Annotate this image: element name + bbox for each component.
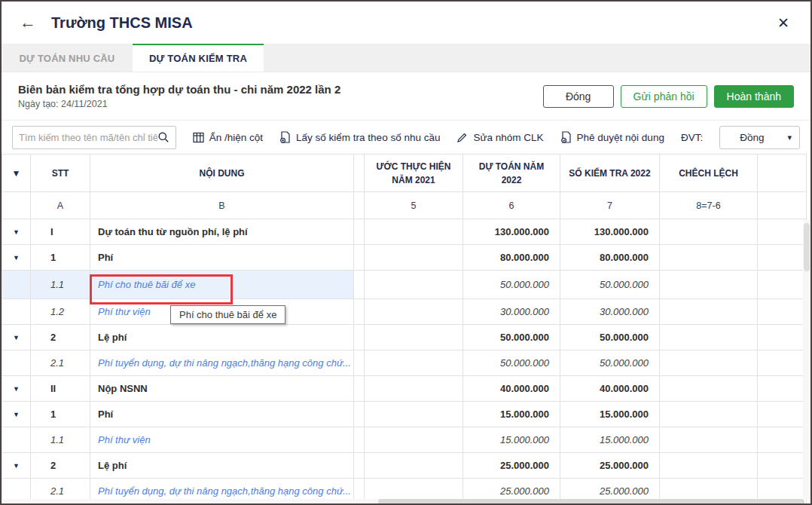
row-chenh-lech-cell[interactable] (660, 402, 758, 427)
row-stt: 2 (31, 453, 90, 479)
close-button[interactable]: Đóng (543, 85, 614, 108)
expand-icon: ▼ (13, 411, 20, 418)
approve-content-button[interactable]: Phê duyệt nội dung (560, 131, 664, 143)
row-expand-arrow[interactable] (2, 271, 31, 299)
row-name-cell[interactable]: Lệ phí (90, 325, 354, 350)
row-du-toan-2022-cell[interactable]: 130.000.000 (463, 219, 560, 245)
row-name-cell[interactable]: Phí thư viện (90, 427, 354, 453)
search-input[interactable] (19, 132, 157, 143)
row-chenh-lech-cell[interactable] (660, 427, 758, 453)
row-chenh-lech-cell[interactable] (660, 376, 758, 402)
row-est-2021-cell[interactable] (365, 376, 463, 402)
row-chenh-lech-cell[interactable] (660, 350, 758, 376)
send-feedback-button[interactable]: Gửi phản hồi (621, 85, 707, 108)
unit-select[interactable]: Đồng ▾ (719, 126, 800, 149)
row-expand-arrow[interactable]: ▼ (2, 376, 31, 402)
row-du-toan-2022-cell[interactable]: 40.000.000 (463, 376, 560, 402)
row-expand-arrow[interactable]: ▼ (2, 219, 31, 245)
row-du-toan-2022-cell[interactable]: 80.000.000 (463, 245, 560, 271)
row-name-cell[interactable]: Phí (90, 245, 354, 271)
back-icon[interactable]: ← (20, 14, 36, 31)
horizontal-scrollbar[interactable] (2, 499, 803, 505)
row-so-kiem-tra-2022-cell[interactable]: 50.000.000 (560, 325, 660, 350)
row-so-kiem-tra-2022-cell[interactable]: 50.000.000 (560, 350, 660, 376)
row-so-kiem-tra-2022-cell[interactable]: 130.000.000 (560, 219, 660, 245)
row-chenh-lech-cell[interactable] (660, 271, 758, 299)
row-so-kiem-tra-2022-cell[interactable]: 30.000.000 (560, 299, 660, 325)
hide-show-columns-button[interactable]: Ẩn /hiện cột (193, 132, 263, 143)
row-est-2021-cell[interactable] (365, 350, 463, 376)
page-title: Trường THCS MISA (51, 14, 774, 32)
search-box[interactable] (12, 126, 176, 149)
row-so-kiem-tra-2022-cell[interactable]: 40.000.000 (560, 376, 660, 402)
header-uoc-thuc-hien: ƯỚC THỰC HIỆN NĂM 2021 (365, 155, 463, 192)
complete-button[interactable]: Hoàn thành (714, 85, 794, 108)
tab-du-toan-kiem-tra[interactable]: DỰ TOÁN KIỂM TRA (133, 44, 264, 72)
table-row: 1.1 Phí cho thuê bãi để xe 50.000.000 50… (2, 271, 807, 299)
row-expand-arrow[interactable]: ▼ (2, 325, 31, 350)
close-icon[interactable]: ✕ (774, 11, 792, 35)
row-so-kiem-tra-2022-cell[interactable]: 15.000.000 (560, 402, 660, 427)
header-chenh-lech: CHÊCH LỆCH (660, 155, 758, 192)
row-est-2021-cell[interactable] (365, 245, 463, 271)
row-du-toan-2022-cell[interactable]: 50.000.000 (463, 325, 560, 350)
vertical-scrollbar[interactable] (803, 220, 810, 499)
header-expand-all-arrow[interactable]: ▼ (2, 155, 31, 192)
get-check-numbers-button[interactable]: Lấy số kiểm tra theo số nhu cầu (279, 131, 440, 143)
row-expand-arrow[interactable] (2, 350, 31, 376)
row-chenh-lech-cell[interactable] (660, 299, 758, 325)
row-expand-arrow[interactable]: ▼ (2, 453, 31, 479)
expand-icon: ▼ (13, 385, 20, 393)
row-trailing-cell (758, 350, 807, 376)
horizontal-scrollbar-thumb[interactable] (378, 499, 804, 505)
row-gap-cell (354, 325, 365, 350)
row-du-toan-2022-cell[interactable]: 30.000.000 (463, 299, 560, 325)
row-du-toan-2022-cell[interactable]: 15.000.000 (463, 427, 560, 453)
row-du-toan-2022-cell[interactable]: 15.000.000 (463, 402, 560, 427)
table-body: ▼ I Dự toán thu từ nguồn phí, lệ phí 130… (2, 219, 807, 504)
row-trailing-cell (758, 219, 807, 245)
expand-icon: ▼ (13, 334, 20, 341)
row-du-toan-2022-cell[interactable]: 50.000.000 (463, 350, 560, 376)
row-expand-arrow[interactable]: ▼ (2, 402, 31, 427)
row-trailing-cell (758, 427, 807, 453)
row-stt: 1 (31, 402, 90, 427)
row-so-kiem-tra-2022-cell[interactable]: 25.000.000 (560, 453, 660, 479)
row-name-cell[interactable]: Lệ phí (90, 453, 354, 479)
row-du-toan-2022-cell[interactable]: 50.000.000 (463, 271, 560, 299)
tab-du-toan-nhu-cau[interactable]: DỰ TOÁN NHU CẦU (2, 44, 133, 72)
row-so-kiem-tra-2022-cell[interactable]: 50.000.000 (560, 271, 660, 299)
row-est-2021-cell[interactable] (365, 219, 463, 245)
subheader-trailing (758, 192, 807, 219)
subheader-du-toan: 6 (463, 192, 560, 219)
row-name-cell[interactable]: Nộp NSNN (90, 376, 354, 402)
row-name-cell[interactable]: Phí tuyển dụng, dự thi nâng ngạch,thăng … (90, 350, 354, 376)
row-est-2021-cell[interactable] (365, 402, 463, 427)
edit-clk-group-button[interactable]: Sửa nhóm CLK (456, 132, 543, 143)
row-chenh-lech-cell[interactable] (660, 325, 758, 350)
vertical-scrollbar-thumb[interactable] (804, 223, 810, 271)
table-row: 1.1 Phí thư viện 15.000.000 15.000.000 (2, 427, 807, 453)
row-est-2021-cell[interactable] (365, 325, 463, 350)
row-chenh-lech-cell[interactable] (660, 245, 758, 271)
row-expand-arrow[interactable] (2, 427, 31, 453)
expand-icon: ▼ (13, 254, 20, 262)
unit-select-value: Đồng (740, 132, 764, 143)
row-expand-arrow[interactable] (2, 299, 31, 325)
row-est-2021-cell[interactable] (365, 271, 463, 299)
table-row: 1.2 Phí thư viện 30.000.000 30.000.000 (2, 299, 807, 325)
row-name-cell[interactable]: Phí (90, 402, 354, 427)
row-est-2021-cell[interactable] (365, 427, 463, 453)
row-du-toan-2022-cell[interactable]: 25.000.000 (463, 453, 560, 479)
row-name-cell[interactable]: Dự toán thu từ nguồn phí, lệ phí (90, 219, 354, 245)
row-so-kiem-tra-2022-cell[interactable]: 15.000.000 (560, 427, 660, 453)
row-name-cell[interactable]: Phí cho thuê bãi để xe (90, 271, 354, 299)
row-expand-arrow[interactable]: ▼ (2, 245, 31, 271)
row-so-kiem-tra-2022-cell[interactable]: 80.000.000 (560, 245, 660, 271)
row-est-2021-cell[interactable] (365, 299, 463, 325)
title-bar: ← Trường THCS MISA ✕ (2, 2, 810, 44)
header-gap (354, 155, 365, 192)
row-est-2021-cell[interactable] (365, 453, 463, 479)
row-chenh-lech-cell[interactable] (660, 453, 758, 479)
row-chenh-lech-cell[interactable] (660, 219, 758, 245)
